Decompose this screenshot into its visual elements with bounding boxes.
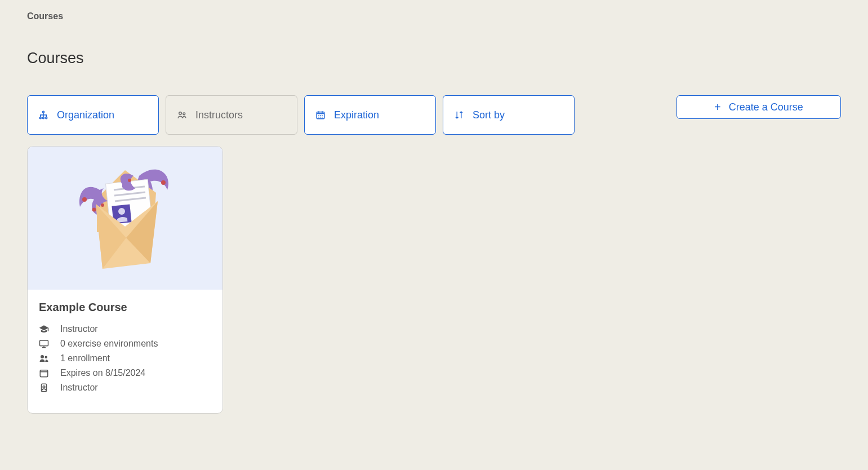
svg-point-1 (39, 117, 41, 119)
filter-sortby-label: Sort by (473, 109, 505, 121)
filter-expiration-label: Expiration (334, 109, 379, 121)
create-course-button[interactable]: + Create a Course (676, 95, 841, 119)
svg-point-14 (118, 208, 125, 215)
create-course-label: Create a Course (729, 101, 803, 113)
course-environments: 0 exercise environments (60, 339, 158, 349)
course-card-body: Example Course Instructor (28, 290, 222, 413)
svg-point-24 (43, 386, 45, 388)
svg-point-7 (161, 180, 166, 185)
course-env-row: 0 exercise environments (39, 339, 211, 349)
page-title: Courses (27, 50, 841, 67)
breadcrumb[interactable]: Courses (27, 11, 841, 21)
svg-rect-22 (40, 370, 48, 377)
course-card-image (28, 147, 222, 290)
svg-point-2 (43, 117, 44, 119)
filter-organization[interactable]: Organization (27, 95, 159, 135)
calendar-outline-icon (39, 368, 49, 378)
filter-instructors-label: Instructors (195, 109, 243, 121)
filter-expiration[interactable]: Expiration (304, 95, 436, 135)
envelope-illustration-icon (69, 159, 181, 277)
course-owner-row: Instructor (39, 383, 211, 393)
graduation-cap-icon (39, 324, 49, 334)
svg-point-3 (46, 117, 47, 119)
course-role: Instructor (60, 324, 98, 334)
svg-point-21 (45, 356, 48, 359)
svg-point-15 (82, 197, 87, 202)
monitor-icon (39, 339, 49, 349)
course-expires-row: Expires on 8/15/2024 (39, 368, 211, 378)
course-owner-role: Instructor (60, 383, 98, 393)
id-badge-icon (39, 383, 49, 393)
svg-point-4 (179, 112, 182, 115)
svg-point-18 (128, 179, 131, 182)
organization-icon (38, 109, 49, 121)
sort-icon (453, 109, 465, 121)
calendar-icon (315, 109, 326, 121)
svg-point-0 (43, 111, 44, 113)
course-card[interactable]: Example Course Instructor (27, 146, 223, 414)
filter-instructors: Instructors (166, 95, 297, 135)
filter-sortby[interactable]: Sort by (443, 95, 575, 135)
course-expires: Expires on 8/15/2024 (60, 368, 145, 378)
svg-point-20 (41, 355, 44, 358)
plus-icon: + (714, 101, 721, 114)
filter-organization-label: Organization (57, 109, 114, 121)
filter-toolbar: Organization Instructors (27, 95, 841, 135)
course-title: Example Course (39, 301, 211, 314)
course-enrollment-row: 1 enrollment (39, 353, 211, 363)
svg-point-17 (101, 203, 104, 207)
svg-point-5 (183, 113, 185, 115)
course-grid: Example Course Instructor (27, 146, 841, 414)
users-icon (39, 353, 49, 363)
course-role-row: Instructor (39, 324, 211, 334)
course-enrollment: 1 enrollment (60, 353, 110, 363)
instructors-icon (176, 109, 188, 121)
svg-rect-19 (40, 340, 48, 346)
svg-point-16 (92, 208, 96, 212)
